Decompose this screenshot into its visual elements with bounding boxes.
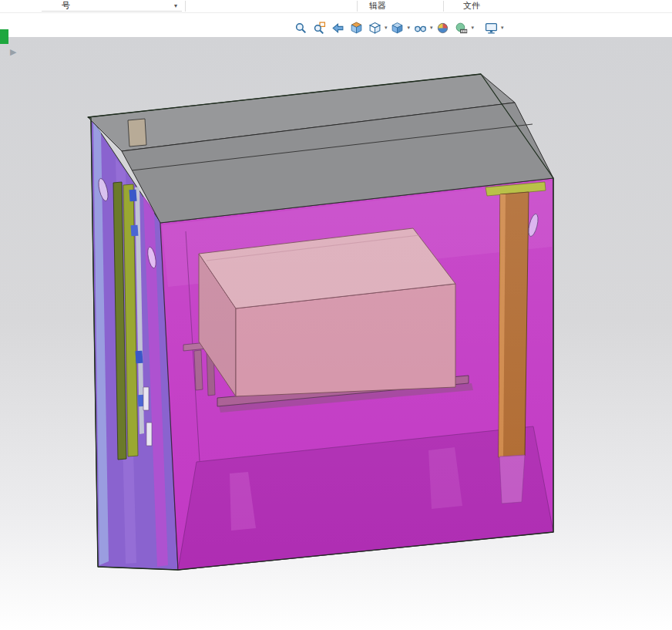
pcb-connector xyxy=(131,225,139,237)
hide-show-items-button[interactable] xyxy=(412,19,428,36)
menu-item-editor[interactable]: 辑器 xyxy=(369,1,386,12)
pcb-connector xyxy=(129,190,137,202)
edit-appearance-icon xyxy=(436,22,449,35)
configuration-dropdown[interactable]: 号 ▾ xyxy=(42,0,182,12)
menu-item-file[interactable]: 文件 xyxy=(463,1,480,12)
glass-sheen xyxy=(160,178,553,570)
chevron-down-icon: ▾ xyxy=(174,0,177,12)
edit-appearance-button[interactable] xyxy=(435,19,452,36)
heads-up-view-toolbar: ▾ ▾ ▾ ▾ xyxy=(291,18,505,38)
menu-divider xyxy=(443,1,444,12)
display-style-icon xyxy=(391,22,404,35)
view-settings-button[interactable] xyxy=(482,19,499,36)
pcb-connector xyxy=(135,351,143,364)
menu-divider xyxy=(357,1,358,12)
previous-view-icon xyxy=(331,22,344,35)
previous-view-button[interactable] xyxy=(329,19,346,36)
section-view-icon xyxy=(350,22,363,35)
view-settings-icon xyxy=(485,22,498,35)
hide-show-items-icon xyxy=(414,22,427,35)
zoom-to-area-button[interactable] xyxy=(311,19,328,36)
wall-slot xyxy=(146,423,152,446)
zoom-to-area-icon xyxy=(313,22,326,35)
view-orientation-button[interactable] xyxy=(366,19,383,36)
hide-show-items-dropdown-caret[interactable]: ▾ xyxy=(430,19,433,36)
view-orientation-icon xyxy=(368,22,381,35)
lid-tab xyxy=(128,119,146,147)
apply-scene-dropdown-caret[interactable]: ▾ xyxy=(472,19,475,36)
display-style-dropdown-caret[interactable]: ▾ xyxy=(408,19,411,36)
apply-scene-icon xyxy=(455,22,468,35)
view-orientation-dropdown-caret[interactable]: ▾ xyxy=(385,19,388,36)
model-canvas[interactable] xyxy=(0,0,672,630)
zoom-to-fit-icon xyxy=(294,22,307,35)
menu-divider xyxy=(185,1,186,12)
wall-slot xyxy=(143,387,149,410)
feature-tree-flyout-arrow[interactable]: ▶ xyxy=(10,47,16,57)
zoom-to-fit-button[interactable] xyxy=(292,19,309,36)
section-view-button[interactable] xyxy=(348,19,365,36)
configuration-dropdown-label: 号 xyxy=(62,0,70,12)
display-style-button[interactable] xyxy=(389,19,406,36)
view-settings-dropdown-caret[interactable]: ▾ xyxy=(501,19,504,36)
3d-model[interactable] xyxy=(88,74,553,570)
apply-scene-button[interactable] xyxy=(453,19,470,36)
top-menu-bar: 号 ▾ 辑器 文件 xyxy=(0,0,672,13)
green-corner-tab[interactable] xyxy=(0,29,8,44)
